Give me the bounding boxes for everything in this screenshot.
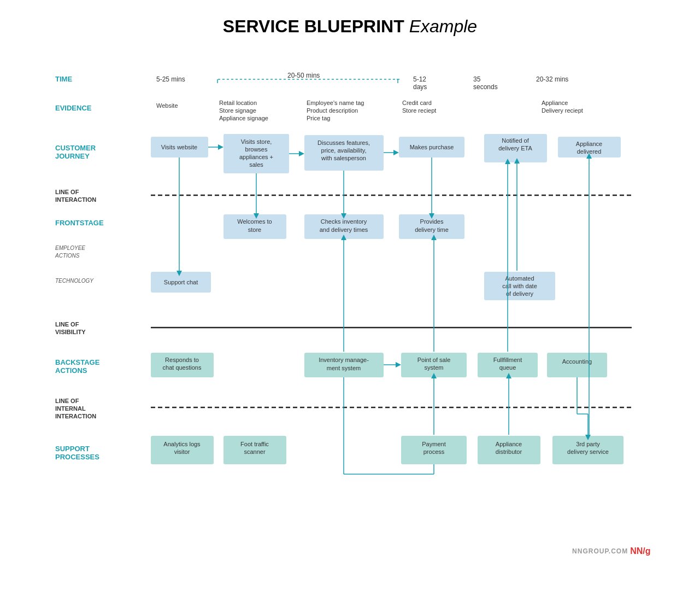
svg-marker-131 [514,158,520,164]
svg-text:Appliance: Appliance [542,100,568,106]
svg-text:Payment: Payment [422,441,445,447]
svg-marker-129 [431,235,437,240]
svg-text:chat questions: chat questions [162,364,201,371]
svg-marker-119 [177,271,182,276]
svg-rect-70 [151,272,211,293]
svg-text:VISIBILITY: VISIBILITY [55,329,86,335]
svg-text:35: 35 [473,75,481,83]
svg-text:ment system: ment system [326,365,360,371]
svg-text:Inventory manage-: Inventory manage- [319,357,369,363]
nngroup-text: NNGROUP.COM [572,547,628,555]
svg-text:INTERACTION: INTERACTION [55,413,96,419]
svg-text:delivery time: delivery time [415,226,449,233]
svg-rect-103 [151,436,214,464]
svg-text:Appliance: Appliance [495,441,521,447]
svg-rect-46 [399,137,464,157]
svg-rect-33 [223,134,289,173]
svg-rect-60 [223,214,286,239]
svg-text:Automated: Automated [505,275,534,282]
svg-text:appliances +: appliances + [239,154,273,160]
svg-marker-125 [341,235,346,240]
svg-text:Employee's name tag: Employee's name tag [307,100,364,106]
svg-text:LINE OF: LINE OF [55,189,79,195]
svg-text:PROCESSES: PROCESSES [55,453,99,461]
svg-text:20-32 mins: 20-32 mins [536,75,568,83]
svg-text:Appliance signage: Appliance signage [219,115,268,121]
svg-text:JOURNEY: JOURNEY [55,152,90,160]
svg-text:of delivery: of delivery [505,290,533,297]
svg-marker-123 [341,213,346,219]
svg-marker-45 [393,150,399,155]
svg-text:Accounting: Accounting [562,358,591,365]
svg-text:INTERNAL: INTERNAL [55,405,86,412]
svg-text:Appliance: Appliance [575,141,602,147]
svg-text:TIME: TIME [55,75,72,83]
svg-text:and delivery times: and delivery times [319,226,368,233]
svg-text:sales: sales [249,161,263,168]
svg-text:Analytics logs: Analytics logs [163,441,201,447]
svg-text:SUPPORT: SUPPORT [55,445,90,453]
svg-text:Provides: Provides [420,218,443,225]
svg-marker-139 [506,373,511,378]
svg-text:Welcomes to: Welcomes to [237,218,272,225]
svg-text:Responds to: Responds to [165,357,199,363]
svg-rect-72 [484,272,555,300]
svg-text:appliances +: appliances + [239,154,273,160]
nngroup-footer: NNGROUP.COM NN/g [572,546,650,556]
svg-text:Discusses features,: Discusses features, [317,139,370,146]
svg-text:Credit card: Credit card [402,100,432,106]
svg-text:BACKSTAGE: BACKSTAGE [55,358,100,366]
svg-text:delivered: delivered [577,148,601,155]
svg-text:LINE OF: LINE OF [55,321,79,328]
arrows-layer: TIME 5-25 mins 20-50 mins 5-12 days 35 s… [50,48,651,562]
svg-text:Fullfillment: Fullfillment [493,357,522,363]
svg-text:Point of sale: Point of sale [417,357,450,363]
svg-text:process: process [423,448,444,455]
svg-text:queue: queue [499,364,516,371]
svg-text:20-50 mins: 20-50 mins [287,72,320,79]
svg-marker-133 [586,153,592,159]
svg-text:days: days [413,83,427,91]
svg-text:Checks inventory: Checks inventory [320,218,367,225]
svg-rect-48 [484,134,547,162]
svg-text:store: store [248,226,261,233]
svg-text:call with date: call with date [502,283,537,289]
svg-text:LINE OF: LINE OF [55,398,79,404]
nngroup-logo: NN/g [630,546,650,556]
svg-rect-112 [478,436,540,464]
svg-rect-106 [223,436,286,464]
svg-text:Store reciept: Store reciept [402,107,436,114]
svg-text:Product description: Product description [307,107,358,114]
svg-rect-109 [401,436,467,464]
svg-text:system: system [424,364,443,371]
svg-rect-66 [399,214,464,239]
svg-text:with salesperson: with salesperson [321,155,366,161]
svg-marker-137 [431,373,437,378]
svg-rect-89 [401,353,467,377]
svg-text:Visits store,: Visits store, [240,138,272,145]
svg-marker-143 [585,435,591,440]
svg-text:Delivery reciept: Delivery reciept [542,107,583,114]
page-title: SERVICE BLUEPRINT Example [0,0,700,48]
svg-text:delivery ETA: delivery ETA [498,145,532,151]
svg-text:TECHNOLOGY: TECHNOLOGY [55,278,94,284]
svg-rect-92 [478,353,538,377]
svg-marker-39 [299,151,304,156]
svg-text:price, availability,: price, availability, [321,147,366,154]
svg-rect-51 [558,137,621,157]
svg-text:Website: Website [156,102,178,109]
svg-text:Notified of: Notified of [502,137,529,144]
svg-rect-95 [547,353,607,377]
blueprint-diagram: TIME 5-25 mins 20-50 mins 5-12 days 35 s… [22,48,678,584]
svg-text:Support chat: Support chat [163,279,197,285]
svg-text:seconds: seconds [473,83,498,91]
svg-text:Price tag: Price tag [307,115,330,121]
svg-text:FRONTSTAGE: FRONTSTAGE [55,219,104,227]
svg-text:CUSTOMER: CUSTOMER [55,144,96,152]
svg-text:browses: browses [245,146,267,153]
diagram-container: TIME 5-25 mins 20-50 mins 5-12 days 35 s… [50,48,651,562]
svg-rect-81 [151,353,214,377]
svg-text:INTERACTION: INTERACTION [55,196,96,203]
svg-text:5-12: 5-12 [413,75,426,83]
svg-rect-28 [223,134,289,167]
